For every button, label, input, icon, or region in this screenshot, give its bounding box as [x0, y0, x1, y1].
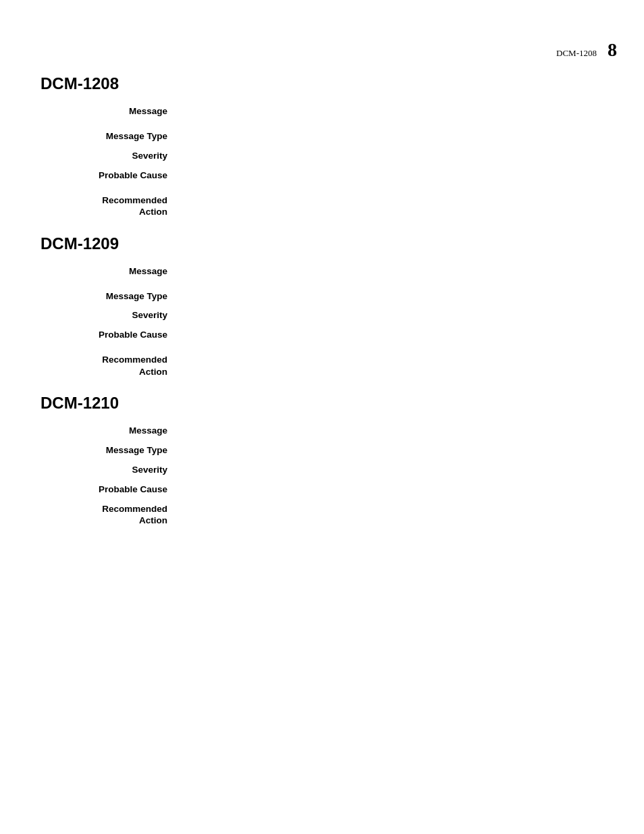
value-message-1210: [176, 425, 603, 438]
value-probable-cause-1209: [176, 329, 603, 342]
value-severity-1210: [176, 464, 603, 477]
label-severity-1210: Severity: [41, 464, 176, 477]
field-row-message-1208: Message: [41, 105, 603, 118]
label-severity-1209: Severity: [41, 309, 176, 322]
label-probable-cause-1208: Probable Cause: [41, 170, 176, 182]
field-row-message-1209: Message: [41, 265, 603, 278]
section-title-dcm-1209: DCM-1209: [41, 234, 603, 253]
value-severity-1208: [176, 150, 603, 163]
header-page-num: 8: [608, 39, 617, 61]
label-message-type-1208: Message Type: [41, 130, 176, 143]
label-message-type-1209: Message Type: [41, 290, 176, 303]
field-row-message-type-1209: Message Type: [41, 290, 603, 303]
section-dcm-1208: DCM-1208 Message Message Type Severity P…: [41, 74, 603, 218]
field-row-probable-cause-1208: Probable Cause: [41, 170, 603, 182]
value-message-type-1210: [176, 444, 603, 457]
field-row-probable-cause-1210: Probable Cause: [41, 484, 603, 496]
label-probable-cause-1210: Probable Cause: [41, 484, 176, 496]
value-message-1209: [176, 265, 603, 278]
field-row-recommended-action-1209: RecommendedAction: [41, 354, 603, 377]
field-row-probable-cause-1209: Probable Cause: [41, 329, 603, 342]
value-recommended-action-1209: [176, 354, 603, 377]
field-row-recommended-action-1208: RecommendedAction: [41, 194, 603, 218]
label-recommended-action-1208: RecommendedAction: [41, 194, 176, 218]
label-message-1210: Message: [41, 425, 176, 438]
value-recommended-action-1210: [176, 503, 603, 527]
label-probable-cause-1209: Probable Cause: [41, 329, 176, 342]
value-message-1208: [176, 105, 603, 118]
field-row-message-type-1208: Message Type: [41, 130, 603, 143]
value-message-type-1209: [176, 290, 603, 303]
field-row-severity-1209: Severity: [41, 309, 603, 322]
label-message-1208: Message: [41, 105, 176, 118]
value-recommended-action-1208: [176, 194, 603, 218]
page-header: DCM-1208 8: [556, 39, 617, 61]
value-probable-cause-1208: [176, 170, 603, 182]
value-message-type-1208: [176, 130, 603, 143]
field-row-message-1210: Message: [41, 425, 603, 438]
value-probable-cause-1210: [176, 484, 603, 496]
label-message-1209: Message: [41, 265, 176, 278]
main-content: DCM-1208 Message Message Type Severity P…: [41, 74, 603, 543]
field-row-severity-1210: Severity: [41, 464, 603, 477]
field-row-severity-1208: Severity: [41, 150, 603, 163]
field-row-recommended-action-1210: RecommendedAction: [41, 503, 603, 527]
section-dcm-1210: DCM-1210 Message Message Type Severity P…: [41, 394, 603, 527]
value-severity-1209: [176, 309, 603, 322]
label-recommended-action-1209: RecommendedAction: [41, 354, 176, 377]
section-title-dcm-1208: DCM-1208: [41, 74, 603, 93]
field-row-message-type-1210: Message Type: [41, 444, 603, 457]
label-severity-1208: Severity: [41, 150, 176, 163]
section-title-dcm-1210: DCM-1210: [41, 394, 603, 413]
header-doc-id: DCM-1208: [556, 48, 597, 59]
label-recommended-action-1210: RecommendedAction: [41, 503, 176, 527]
section-dcm-1209: DCM-1209 Message Message Type Severity P…: [41, 234, 603, 378]
label-message-type-1210: Message Type: [41, 444, 176, 457]
